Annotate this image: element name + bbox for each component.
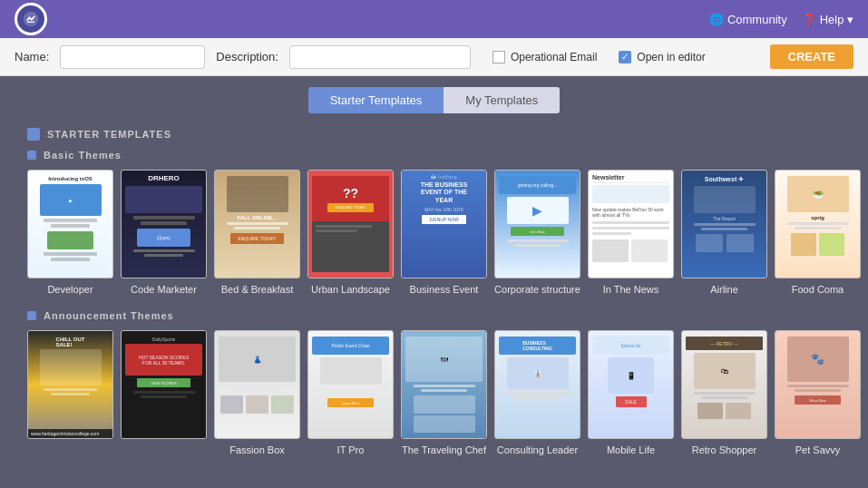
section-icon [27,128,40,141]
help-icon: ❓ [802,13,816,26]
announcement-themes-grid: CHILL OUTSALE! www.heritagechristiancoll… [27,330,841,456]
daily-thumb: DailySports HOT SEASON SCORESFOR ALL 30 … [121,330,207,439]
logo-icon [22,10,40,28]
template-business-event[interactable]: 🏔 IceBerg THE BUSINESSEVENT OF THEYEAR M… [401,170,487,296]
app-header: 🌐 Community ❓ Help ▾ [0,0,868,38]
developer-thumb: Introducing tvOS ▶ [27,170,113,278]
template-airline[interactable]: Southwest ✈ The Report Airline [681,170,767,296]
community-icon: 🌐 [709,13,724,26]
toolbar: Name: Description: Operational Email Ope… [0,38,868,76]
template-urban-landscape[interactable]: ?? ENQUIRE TODAY Urban Landscape [307,170,394,296]
template-food-coma[interactable]: 🥗 sprig Food Coma [775,170,861,296]
template-chill-out[interactable]: CHILL OUTSALE! www.heritagechristiancoll… [27,330,113,456]
help-link[interactable]: ❓ Help ▾ [802,13,853,26]
basic-themes-icon [27,151,36,160]
business-thumb: 🏔 IceBerg THE BUSINESSEVENT OF THEYEAR M… [401,170,487,278]
template-fassion-box[interactable]: 👗 Fassion Box [214,330,300,456]
basic-themes-group: Basic Themes Introducing tvOS ▶ [27,150,841,296]
consulting-thumb: BUSINESSCONSULTING 👔 [494,330,580,439]
pet-thumb: 🐾 Shop Now [775,330,861,439]
announcement-themes-icon [27,311,36,320]
community-link[interactable]: 🌐 Community [709,13,787,26]
template-retro-shopper[interactable]: — RETRO — 🛍 Retro Shopper [681,330,767,456]
operational-email-group: Operational Email [493,51,597,63]
template-consulting-leader[interactable]: BUSINESSCONSULTING 👔 Consulting Leader [494,330,580,456]
name-label: Name: [15,50,49,63]
help-label: Help ▾ [820,13,853,26]
header-nav: 🌐 Community ❓ Help ▾ [709,13,853,26]
announcement-themes-label: Announcement Themes [27,310,841,321]
operational-email-checkbox[interactable] [493,51,505,63]
code-marketer-thumb: DRHERO jQuery [121,170,207,278]
template-corporate-structure[interactable]: getting.org calling... ▶ Join Now Corpor… [494,170,580,296]
traveling-thumb: 🍽 [401,330,487,439]
starter-templates-heading: STARTER TEMPLATES [27,128,841,141]
starter-templates-tab[interactable]: Starter Templates [308,87,444,113]
tabs-section: Starter Templates My Templates [0,76,868,121]
template-bed-breakfast[interactable]: FALL ONLINE... ENQUIRE TODAY! Bed & Brea… [214,170,300,296]
community-label: Community [727,13,787,26]
create-button[interactable]: CREATE [770,44,853,69]
template-code-marketer[interactable]: DRHERO jQuery Code Marketer [121,170,207,296]
bb-thumb: FALL ONLINE... ENQUIRE TODAY! [214,170,300,278]
open-in-editor-label: Open in editor [637,51,705,63]
my-templates-tab[interactable]: My Templates [444,87,560,113]
fassion-thumb: 👗 [214,330,300,439]
itpro-thumb: Polish Event Chain Learn More [307,330,394,439]
airline-thumb: Southwest ✈ The Report [681,170,767,278]
chill-thumb: CHILL OUTSALE! www.heritagechristiancoll… [27,330,113,439]
description-input[interactable] [289,45,471,69]
open-in-editor-group: Open in editor [619,51,705,63]
template-in-the-news[interactable]: Newsletter New update makes BeFlex 50 wo… [588,170,674,296]
template-daily-sports[interactable]: DailySports HOT SEASON SCORESFOR ALL 30 … [121,330,207,456]
template-developer[interactable]: Introducing tvOS ▶ Developer [27,170,113,296]
announcement-themes-group: Announcement Themes CHILL OUTSALE! www.h… [27,310,841,456]
description-label: Description: [216,50,278,63]
templates-content: STARTER TEMPLATES Basic Themes Introduci… [0,121,868,488]
news-thumb: Newsletter New update makes BeFlex 50 wo… [588,170,674,278]
operational-email-label: Operational Email [511,51,597,63]
urban-thumb: ?? ENQUIRE TODAY [307,170,394,278]
template-traveling-chef[interactable]: 🍽 The Traveling Chef [401,330,487,456]
retro-thumb: — RETRO — 🛍 [681,330,767,439]
template-mobile-life[interactable]: Iphone 6s 📱 SALE Mobile Life [588,330,674,456]
open-in-editor-checkbox[interactable] [619,51,631,63]
basic-themes-label: Basic Themes [27,150,841,161]
food-coma-thumb: 🥗 sprig [775,170,861,278]
app-logo [15,3,47,35]
template-pet-savvy[interactable]: 🐾 Shop Now Pet Savvy [775,330,861,456]
name-input[interactable] [60,45,205,69]
mobile-thumb: Iphone 6s 📱 SALE [588,330,674,439]
corporate-thumb: getting.org calling... ▶ Join Now [494,170,580,278]
basic-themes-grid: Introducing tvOS ▶ Developer [27,170,841,296]
template-it-pro[interactable]: Polish Event Chain Learn More IT Pro [307,330,394,456]
